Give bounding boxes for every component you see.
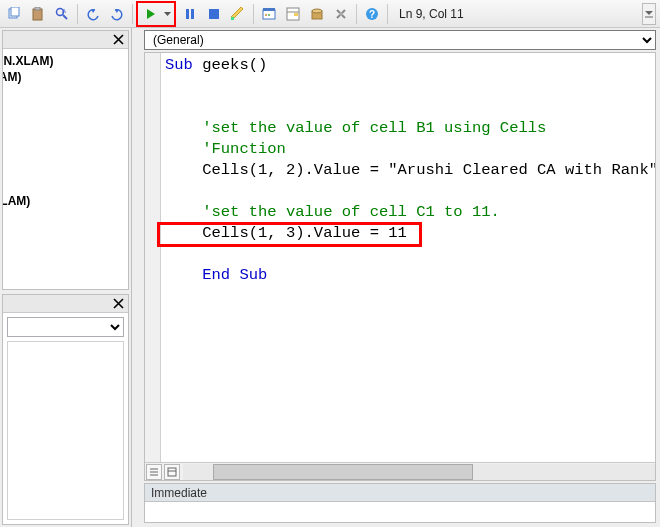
- close-icon[interactable]: [111, 296, 126, 311]
- project-tree[interactable]: ATPVBAEN.XLAM)TOOL.XLAM).XLAM)ok1)el Obj…: [3, 49, 128, 264]
- tree-item[interactable]: ATPVBAEN.XLAM): [3, 53, 128, 69]
- svg-point-14: [268, 14, 270, 16]
- toolbox-icon[interactable]: [330, 3, 352, 25]
- svg-line-5: [63, 15, 67, 19]
- full-module-view-icon[interactable]: [164, 464, 180, 480]
- procedure-view-icon[interactable]: [146, 464, 162, 480]
- svg-point-13: [265, 14, 267, 16]
- close-icon[interactable]: [111, 32, 126, 47]
- tree-item[interactable]: [3, 165, 128, 193]
- svg-text:A: A: [62, 8, 66, 14]
- tree-item[interactable]: TOOL.XLAM): [3, 69, 128, 85]
- object-browser-icon[interactable]: [306, 3, 328, 25]
- svg-rect-9: [209, 9, 219, 19]
- hscroll-track[interactable]: [183, 464, 655, 480]
- tree-item[interactable]: NCRES.XLAM): [3, 193, 128, 209]
- svg-rect-3: [35, 7, 40, 10]
- svg-point-20: [339, 12, 343, 16]
- object-dropdown[interactable]: (General): [144, 30, 656, 50]
- properties-window-icon[interactable]: [282, 3, 304, 25]
- editor-scrollbar[interactable]: [145, 462, 655, 480]
- tree-item[interactable]: el Objects: [3, 117, 128, 133]
- svg-rect-27: [168, 468, 176, 476]
- code-panel: (General) Sub geeks() 'set the value of …: [132, 28, 660, 527]
- svg-text:?: ?: [369, 9, 375, 20]
- tree-item[interactable]: kbook: [3, 149, 128, 165]
- code-text[interactable]: Sub geeks() 'set the value of cell B1 us…: [161, 55, 655, 462]
- immediate-window-title: Immediate: [145, 484, 655, 502]
- cursor-position-readout: Ln 9, Col 11: [399, 7, 464, 21]
- main-toolbar: A ? Ln 9, Col 11: [0, 0, 660, 28]
- breakpoint-gutter[interactable]: [145, 53, 161, 462]
- find-icon[interactable]: A: [51, 3, 73, 25]
- left-panel: ATPVBAEN.XLAM)TOOL.XLAM).XLAM)ok1)el Obj…: [0, 28, 132, 527]
- tree-item[interactable]: .XLAM): [3, 85, 128, 101]
- design-mode-icon[interactable]: [227, 3, 249, 25]
- svg-rect-2: [33, 9, 42, 20]
- tree-item[interactable]: Sheet1): [3, 133, 128, 149]
- tree-item[interactable]: ok1): [3, 101, 128, 117]
- run-dropdown-icon[interactable]: [162, 3, 172, 25]
- help-icon[interactable]: ?: [361, 3, 383, 25]
- code-editor[interactable]: Sub geeks() 'set the value of cell B1 us…: [144, 52, 656, 481]
- svg-rect-1: [11, 7, 19, 16]
- svg-rect-12: [263, 8, 275, 11]
- run-icon[interactable]: [140, 3, 162, 25]
- toolbar-grip-icon[interactable]: [642, 3, 656, 25]
- redo-icon[interactable]: [106, 3, 128, 25]
- properties-pane: [2, 294, 129, 525]
- stop-icon[interactable]: [203, 3, 225, 25]
- hscroll-thumb[interactable]: [213, 464, 473, 480]
- undo-icon[interactable]: [82, 3, 104, 25]
- properties-grid[interactable]: [7, 341, 124, 520]
- run-button-highlight: [136, 1, 176, 27]
- immediate-window[interactable]: Immediate: [144, 483, 656, 523]
- svg-rect-8: [191, 9, 194, 19]
- pause-icon[interactable]: [179, 3, 201, 25]
- project-explorer-pane: ATPVBAEN.XLAM)TOOL.XLAM).XLAM)ok1)el Obj…: [2, 30, 129, 290]
- svg-rect-7: [186, 9, 189, 19]
- svg-point-19: [312, 9, 322, 13]
- svg-rect-10: [231, 17, 234, 20]
- properties-object-select[interactable]: [7, 317, 124, 337]
- paste-icon[interactable]: [27, 3, 49, 25]
- svg-rect-17: [294, 13, 298, 16]
- copy-icon[interactable]: [3, 3, 25, 25]
- project-explorer-icon[interactable]: [258, 3, 280, 25]
